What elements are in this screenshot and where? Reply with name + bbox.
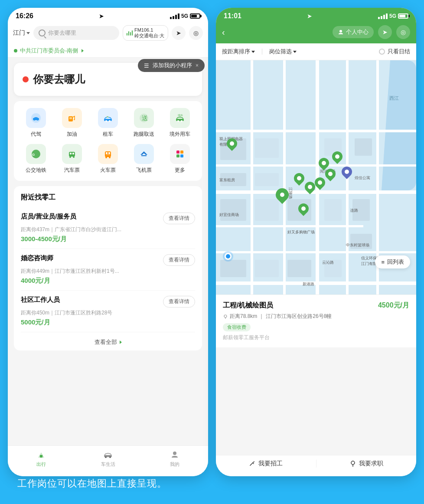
position-filter-chevron-icon (293, 51, 297, 53)
right-direction-btn[interactable]: ➤ (378, 25, 392, 39)
day-only-toggle[interactable]: 只看日结 (379, 48, 410, 56)
fm-label: FM106.1 (134, 27, 164, 33)
service-rental[interactable]: 租 租车 (90, 108, 126, 138)
back-button[interactable]: ‹ (222, 27, 225, 37)
target-btn[interactable]: ◎ (189, 26, 203, 40)
job-card-title: 工程/机械绘图员 (223, 301, 273, 310)
service-bus[interactable]: 汽车票 (54, 144, 90, 174)
service-flight[interactable]: 飞机票 (126, 144, 162, 174)
svg-point-36 (105, 456, 107, 458)
service-transit[interactable]: G 公交地铁 (18, 144, 54, 174)
right-battery-fill (399, 15, 405, 17)
job-3-salary: 5000元/月 (21, 318, 195, 327)
distance-sort-label: 按距离排序 (222, 48, 250, 56)
svg-rect-5 (69, 117, 72, 119)
service-train-icon (98, 144, 118, 164)
hire-btn[interactable]: 我要招工 (216, 460, 316, 468)
svg-rect-30 (176, 151, 179, 154)
svg-point-29 (109, 157, 111, 158)
network-type: 5G (181, 13, 188, 19)
list-view-btn[interactable]: ≡ 回列表 (375, 255, 410, 268)
job-item-1: 店员/营业员/服务员 查看详情 距离你437m｜广东省江门市白沙街道江门... … (21, 207, 195, 249)
svg-point-37 (109, 456, 111, 458)
battery-fill (191, 15, 197, 17)
nav-item-profile[interactable]: 我的 (141, 449, 208, 468)
building-6 (255, 199, 279, 221)
jobseek-btn[interactable]: 我要求职 (316, 460, 417, 468)
location-bar[interactable]: 中共江门市委员会-南侧 (8, 44, 208, 58)
position-filter-btn[interactable]: 岗位筛选 (269, 48, 297, 56)
map-pin-blue[interactable] (339, 164, 354, 179)
fm-badge[interactable]: FM106.1 岭交通电台·大 (123, 25, 168, 41)
map-label-haoyi: 好宜佳商场 (219, 212, 239, 218)
svg-rect-21 (72, 153, 74, 154)
wrench-icon (249, 460, 256, 467)
job-item-3: 社区工作人员 查看详情 距离你450m｜江门市蓬江区胜利路28号 5000元/月 (21, 291, 195, 332)
job-1-detail-btn[interactable]: 查看详情 (163, 213, 195, 224)
left-time: 16:26 (16, 12, 33, 20)
distance-sort-btn[interactable]: 按距离排序 (222, 48, 255, 56)
bottom-caption: 工作岗位可以在地图上直接呈现。 (17, 477, 167, 490)
location-text: 中共江门市委员会-南侧 (20, 47, 78, 55)
city-selector[interactable]: 江门 (13, 29, 30, 37)
search-bar[interactable]: 你要去哪里 (33, 26, 119, 40)
self-location-dot[interactable] (225, 253, 232, 260)
direction-btn[interactable]: ➤ (172, 26, 186, 40)
svg-text:境外: 境外 (177, 114, 183, 117)
location-arrow-icon: ➤ (99, 13, 104, 20)
map-pin-3[interactable] (292, 171, 307, 186)
svg-point-14 (177, 120, 179, 122)
service-driving[interactable]: 代驾 (18, 108, 54, 138)
svg-text:送: 送 (142, 115, 148, 121)
search-icon (39, 29, 46, 36)
nav-item-travel[interactable]: 出行 (8, 449, 75, 468)
profile-icon (170, 449, 180, 460)
jobseek-btn-label: 我要求职 (359, 460, 383, 468)
service-delivery[interactable]: 送 跑腿取送 (126, 108, 162, 138)
job-1-location: 距离你437m｜广东省江门市白沙街道江门... (21, 226, 195, 233)
job-3-detail-btn[interactable]: 查看详情 (163, 296, 195, 308)
job-card-location: 距离78.8km ｜ 江门市江海区创业路26号8幢 (223, 313, 409, 320)
svg-point-23 (73, 156, 75, 158)
job-1-title: 店员/营业员/服务员 (21, 213, 76, 221)
service-overseas-icon: 境外 (170, 108, 190, 128)
search-placeholder: 你要去哪里 (48, 29, 76, 37)
fm-wave-icon (127, 30, 133, 36)
map-area[interactable]: 双上照明电器有限公司 富东租房 好宜佳商场 好又多购物广场 中东村篮球场 信义环… (216, 60, 416, 295)
mini-program-text: 添加我的小程序 (153, 62, 192, 69)
service-fuel[interactable]: 加油 (54, 108, 90, 138)
building-10 (220, 260, 246, 277)
day-only-radio (379, 49, 385, 55)
job-2-detail-btn[interactable]: 查看详情 (163, 254, 195, 266)
right-time: 11:01 (224, 12, 241, 20)
service-more[interactable]: 更多 (162, 144, 198, 174)
service-delivery-icon: 送 (134, 108, 154, 128)
filter-bar: 按距离排序 岗位筛选 只看日结 (216, 43, 416, 60)
service-driving-label: 代驾 (31, 131, 41, 138)
service-train[interactable]: 火车票 (90, 144, 126, 174)
job-2-location: 距离你449m｜江门市蓬江区胜利新村1号... (21, 268, 195, 275)
profile-center-btn[interactable]: 个人中心 (333, 26, 374, 38)
building-8 (324, 199, 342, 221)
chevron-right-icon (82, 49, 84, 52)
building-15 (355, 138, 372, 156)
mini-program-icon: ☰ (144, 62, 149, 69)
river-area (373, 60, 416, 190)
svg-point-41 (351, 461, 355, 465)
view-all[interactable]: 查看全部 (21, 332, 195, 350)
mini-program-banner[interactable]: ☰ 添加我的小程序 × (138, 59, 205, 72)
left-status-bar: 16:26 ➤ 5G (8, 8, 208, 23)
job-2-salary: 4000元/月 (21, 277, 195, 285)
service-overseas[interactable]: 境外 境外用车 (162, 108, 198, 138)
nav-item-car[interactable]: 车生活 (75, 449, 141, 468)
nav-label-travel: 出行 (36, 461, 46, 468)
svg-rect-20 (70, 153, 72, 154)
svg-rect-31 (180, 151, 183, 154)
service-bus-label: 汽车票 (64, 167, 80, 174)
services-grid: 代驾 加油 租 租车 送 (14, 101, 202, 181)
svg-text:租: 租 (107, 116, 109, 118)
right-target-btn[interactable]: ◎ (396, 25, 410, 39)
svg-point-22 (69, 156, 71, 158)
svg-rect-27 (106, 154, 110, 155)
mini-program-close[interactable]: × (196, 62, 199, 69)
